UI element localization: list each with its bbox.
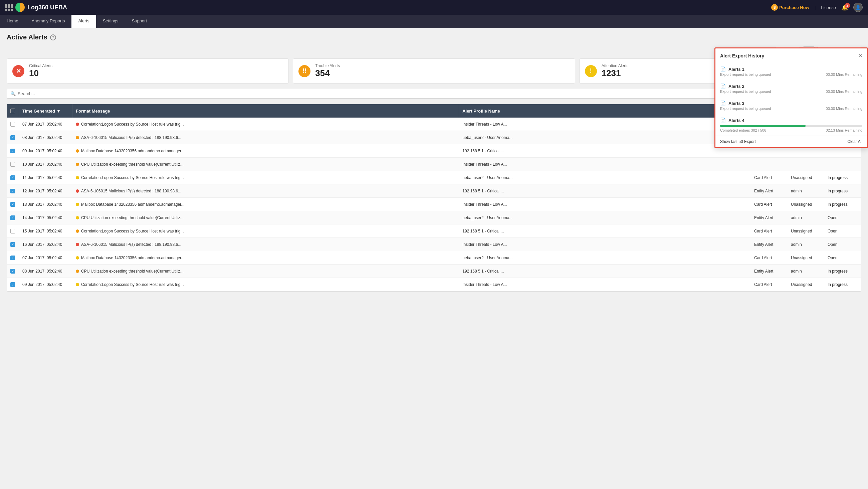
row-time: 13 Jun 2017, 05:02:40 (19, 199, 72, 209)
table-row[interactable]: ✓ 09 Jun 2017, 05:02:40 Correlation:Logo… (7, 278, 861, 291)
header-checkbox[interactable] (7, 104, 19, 118)
row-checkbox-input[interactable]: ✓ (10, 215, 15, 220)
row-time: 07 Jun 2017, 05:02:40 (19, 119, 72, 129)
row-checkbox-input[interactable]: ✓ (10, 202, 15, 207)
export-item-status: Export request is being queued 00.00 Min… (720, 107, 862, 111)
purchase-now-button[interactable]: $ Purchase Now (771, 4, 809, 11)
row-checkbox-input[interactable]: ✓ (10, 175, 15, 180)
search-bar[interactable]: 🔍 (7, 89, 804, 98)
table-row[interactable]: ✓ 16 Jun 2017, 05:02:40 ASA-6-106015:Mal… (7, 238, 861, 251)
popup-footer: Show last 50 Export Clear All (715, 136, 867, 147)
row-checkbox-input[interactable] (10, 162, 15, 167)
row-type: Card Alert (751, 280, 787, 290)
page-header: Active Alerts ? (7, 33, 861, 41)
popup-title: Alert Export History (720, 53, 764, 58)
select-all-checkbox[interactable] (10, 109, 15, 113)
row-checkbox-input[interactable] (10, 229, 15, 233)
app-name: Log360 UEBA (27, 4, 67, 11)
export-item-name: 📄 Alerts 4 (720, 118, 744, 123)
table-row[interactable]: ✓ 13 Jun 2017, 05:02:40 Mailbox Database… (7, 198, 861, 211)
row-checkbox[interactable]: ✓ (7, 146, 19, 156)
row-checkbox-input[interactable]: ✓ (10, 189, 15, 193)
row-profile: Insider Threats - Low A... (459, 280, 751, 290)
table-row[interactable]: ✓ 12 Jun 2017, 05:02:40 ASA-6-106015:Mal… (7, 184, 861, 198)
row-checkbox[interactable]: ✓ (7, 253, 19, 263)
popup-close-button[interactable]: ✕ (858, 52, 862, 59)
nav-item-anomaly-reports[interactable]: Anomaly Reports (25, 15, 72, 28)
severity-dot (76, 243, 79, 246)
show-more-link[interactable]: Show last 50 Export (720, 139, 756, 144)
table-row[interactable]: ✓ 11 Jun 2017, 05:02:40 Correlation:Logo… (7, 171, 861, 184)
trouble-alerts-card[interactable]: !! Trouble Alerts 354 (293, 58, 575, 84)
nav-item-alerts[interactable]: Alerts (71, 15, 96, 28)
row-checkbox[interactable]: ✓ (7, 133, 19, 143)
nav-item-settings[interactable]: Settings (96, 15, 125, 28)
progress-bar-container (720, 125, 862, 127)
row-profile: ueba_user2 - User Anoma... (459, 133, 751, 143)
table-row[interactable]: ✓ 08 Jun 2017, 05:02:40 CPU Utilization … (7, 264, 861, 278)
row-checkbox-input[interactable] (10, 122, 15, 126)
row-checkbox-input[interactable]: ✓ (10, 269, 15, 274)
row-checkbox[interactable] (7, 159, 19, 169)
row-checkbox[interactable] (7, 226, 19, 236)
critical-label: Critical Alerts (29, 63, 53, 68)
notification-badge[interactable]: 🔔 2 (841, 4, 848, 11)
header-time-generated[interactable]: Time Generated ▼ (19, 104, 72, 118)
grid-icon[interactable] (5, 4, 13, 11)
header-alert-profile[interactable]: Alert Profile Name (459, 104, 751, 118)
row-checkbox[interactable]: ✓ (7, 213, 19, 223)
row-assigned: Unassigned (787, 253, 824, 263)
license-link[interactable]: License (821, 5, 836, 10)
export-item-status: Export request is being queued 00.00 Min… (720, 89, 862, 93)
severity-dot (76, 269, 79, 273)
row-checkbox-input[interactable]: ✓ (10, 149, 15, 153)
logo-circle-icon (16, 3, 25, 12)
row-type: Entity Alert (751, 186, 787, 196)
table-row[interactable]: 15 Jun 2017, 05:02:40 Correlation:Logon … (7, 225, 861, 238)
row-profile: Insider Threats - Low A... (459, 239, 751, 250)
row-format: CPU Utilization exceeding threshold valu… (72, 266, 459, 276)
row-checkbox-input[interactable]: ✓ (10, 242, 15, 247)
row-format: Correlation:Logon Success by Source Host… (72, 173, 459, 183)
nav-item-home[interactable]: Home (0, 15, 25, 28)
export-item-status: Completed entries 302 / 506 02.13 Mins R… (720, 128, 862, 132)
topbar: Log360 UEBA $ Purchase Now | License 🔔 2… (0, 0, 868, 15)
export-item-4: 📄 Alerts 4 Completed entries 302 / 506 0… (715, 114, 867, 136)
row-checkbox[interactable]: ✓ (7, 280, 19, 290)
row-checkbox[interactable]: ✓ (7, 173, 19, 183)
table-row[interactable]: ✓ 14 Jun 2017, 05:02:40 CPU Utilization … (7, 211, 861, 225)
export-item-1: 📄 Alerts 1 Export request is being queue… (715, 63, 867, 80)
row-checkbox[interactable] (7, 119, 19, 129)
search-icon: 🔍 (10, 91, 16, 96)
search-input[interactable] (18, 91, 800, 96)
table-row[interactable]: 10 Jun 2017, 05:02:40 CPU Utilization ex… (7, 157, 861, 171)
row-checkbox[interactable]: ✓ (7, 186, 19, 196)
row-checkbox[interactable]: ✓ (7, 266, 19, 276)
row-checkbox-input[interactable]: ✓ (10, 135, 15, 140)
critical-count: 10 (29, 68, 53, 79)
help-icon[interactable]: ? (50, 34, 56, 40)
header-format-message[interactable]: Format Message (72, 104, 459, 118)
row-checkbox[interactable]: ✓ (7, 199, 19, 209)
user-avatar[interactable]: 👤 (853, 3, 863, 12)
export-item-status: Export request is being queued 00.00 Min… (720, 73, 862, 77)
table-row[interactable]: ✓ 07 Jun 2017, 05:02:40 Mailbox Database… (7, 251, 861, 264)
row-format: Mailbox Database 1432023356 admandemo.ad… (72, 253, 459, 263)
row-assigned (787, 148, 824, 154)
export-history-popup[interactable]: Alert Export History ✕ 📄 Alerts 1 Export… (714, 48, 868, 148)
row-checkbox[interactable]: ✓ (7, 239, 19, 250)
clear-all-link[interactable]: Clear All (847, 139, 862, 144)
row-checkbox-input[interactable]: ✓ (10, 282, 15, 287)
row-time: 11 Jun 2017, 05:02:40 (19, 173, 72, 183)
row-checkbox-input[interactable]: ✓ (10, 256, 15, 260)
row-status: Open (824, 253, 861, 263)
row-type: Entity Alert (751, 266, 787, 276)
row-format: CPU Utilization exceeding threshold valu… (72, 213, 459, 223)
nav-item-support[interactable]: Support (125, 15, 154, 28)
row-time: 09 Jun 2017, 05:02:40 (19, 280, 72, 290)
severity-dot (76, 283, 79, 286)
row-status: In progress (824, 186, 861, 196)
row-profile: 192 168 5 1 - Critical ... (459, 226, 751, 236)
critical-alerts-card[interactable]: ✕ Critical Alerts 10 (7, 58, 289, 84)
severity-dot (76, 149, 79, 153)
